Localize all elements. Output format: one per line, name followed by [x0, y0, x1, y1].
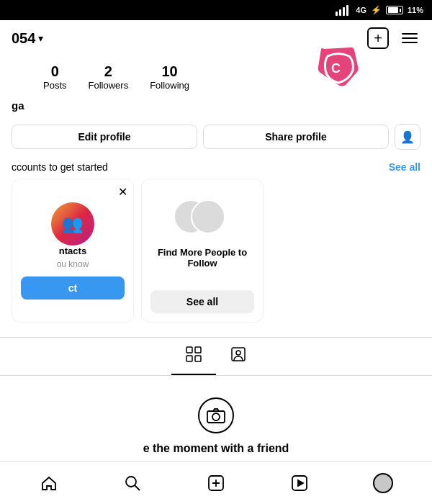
svg-point-9 — [126, 477, 136, 487]
bottom-nav — [0, 461, 432, 504]
find-people-card: Find More People to Follow See all — [141, 179, 264, 323]
cards-area: ✕ 👥 ntacts ou know ct Find More People t… — [12, 179, 420, 323]
profile-stats: 0 Posts 2 Followers 10 Following — [0, 56, 432, 96]
posts-label: Posts — [43, 80, 67, 91]
edit-profile-button[interactable]: Edit profile — [12, 125, 197, 149]
contacts-avatar: 👥 — [51, 202, 94, 246]
followers-stat[interactable]: 2 Followers — [89, 63, 129, 91]
tagged-tab[interactable] — [216, 338, 261, 375]
reels-icon — [291, 474, 308, 492]
home-nav[interactable] — [35, 469, 63, 498]
empty-state: e the moment with a friend — [0, 376, 432, 467]
add-post-icon — [207, 474, 225, 492]
suggested-header: ccounts to get started See all — [0, 154, 432, 179]
menu-line-1 — [402, 33, 418, 35]
find-people-title: Find More People to Follow — [150, 247, 254, 269]
add-post-nav[interactable] — [202, 469, 230, 498]
card-see-all-button[interactable]: See all — [150, 290, 254, 313]
contacts-icon: 👥 — [62, 214, 84, 234]
profile-header: 054 ▾ C + — [0, 20, 432, 56]
contacts-title: ntacts — [21, 246, 125, 256]
followers-count: 2 — [104, 63, 112, 80]
following-stat[interactable]: 10 Following — [150, 63, 189, 91]
close-button[interactable]: ✕ — [118, 185, 127, 199]
avatar-group — [174, 199, 231, 235]
wifi-icon: ⚡ — [371, 5, 382, 15]
following-count: 10 — [161, 63, 177, 80]
add-button[interactable]: + — [367, 27, 389, 49]
reels-nav[interactable] — [285, 469, 314, 498]
bio-section: ga — [0, 96, 432, 120]
svg-rect-1 — [186, 347, 192, 353]
svg-rect-4 — [195, 356, 201, 361]
username-text: 054 — [12, 30, 35, 47]
posts-count: 0 — [51, 63, 59, 80]
contacts-card: ✕ 👥 ntacts ou know ct — [12, 179, 134, 323]
profile-nav[interactable] — [369, 469, 397, 498]
search-icon — [124, 474, 141, 492]
bio-name: ga — [12, 99, 24, 112]
camera-icon — [198, 397, 234, 433]
contacts-subtext: ou know — [21, 259, 125, 269]
share-profile-button[interactable]: Share profile — [203, 125, 389, 149]
suggested-text: ccounts to get started — [12, 161, 108, 173]
tagged-icon — [230, 346, 246, 362]
menu-line-3 — [402, 42, 418, 43]
contacts-icon-area: 👥 — [21, 202, 125, 246]
instagram-logo: C — [317, 45, 360, 95]
grid-tab[interactable] — [171, 338, 216, 375]
status-bar: 4G ⚡ 11% — [0, 0, 432, 20]
svg-point-6 — [236, 351, 240, 355]
username-area: 054 ▾ — [12, 30, 43, 47]
add-friend-icon: 👤 — [400, 130, 415, 144]
grid-icon — [186, 346, 202, 362]
profile-avatar — [373, 473, 393, 493]
battery-percent: 11% — [408, 6, 423, 14]
battery-icon — [386, 6, 403, 14]
followers-label: Followers — [89, 80, 129, 91]
empty-state-text: e the moment with a friend — [143, 442, 289, 455]
profile-buttons: Edit profile Share profile 👤 — [0, 120, 432, 154]
svg-rect-3 — [186, 356, 192, 361]
tabs-area — [0, 338, 432, 376]
search-nav[interactable] — [118, 469, 147, 498]
posts-stat[interactable]: 0 Posts — [43, 63, 67, 91]
add-friend-button[interactable]: 👤 — [395, 124, 420, 150]
menu-line-2 — [402, 37, 418, 39]
avatar-circle-2 — [191, 199, 225, 234]
connect-button[interactable]: ct — [21, 276, 125, 300]
svg-text:C: C — [331, 61, 341, 76]
network-type: 4G — [356, 6, 366, 14]
svg-point-8 — [212, 413, 220, 420]
svg-rect-2 — [195, 347, 201, 353]
signal-icon — [336, 5, 348, 16]
see-all-link[interactable]: See all — [389, 161, 420, 173]
following-label: Following — [150, 80, 189, 91]
svg-marker-12 — [298, 480, 303, 486]
header-actions: + — [367, 27, 420, 49]
menu-button[interactable] — [399, 30, 420, 46]
home-icon — [40, 474, 58, 492]
dropdown-icon[interactable]: ▾ — [38, 32, 43, 44]
